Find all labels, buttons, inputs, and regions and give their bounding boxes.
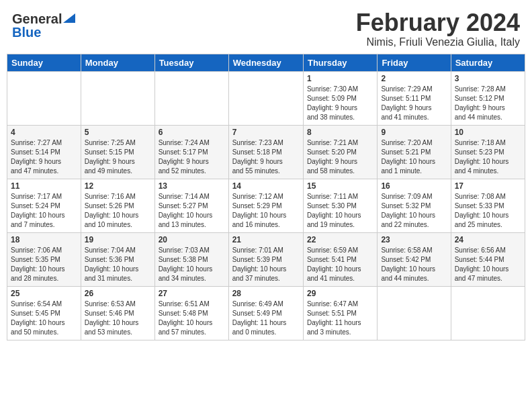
day-info: Sunrise: 6:51 AMSunset: 5:48 PMDaylight:… (159, 300, 225, 337)
day-number: 8 (307, 128, 373, 137)
calendar-cell: 22Sunrise: 6:59 AMSunset: 5:41 PMDayligh… (303, 232, 377, 286)
calendar-cell: 28Sunrise: 6:49 AMSunset: 5:49 PMDayligh… (228, 286, 303, 340)
day-number: 28 (232, 289, 300, 298)
day-number: 29 (307, 289, 373, 298)
calendar-cell (7, 71, 81, 125)
day-number: 5 (85, 128, 151, 137)
day-info: Sunrise: 7:21 AMSunset: 5:20 PMDaylight:… (307, 138, 373, 176)
calendar-table: SundayMondayTuesdayWednesdayThursdayFrid… (7, 54, 525, 340)
day-info: Sunrise: 7:04 AMSunset: 5:36 PMDaylight:… (85, 246, 151, 283)
title-section: February 2024 Nimis, Friuli Venezia Giul… (356, 9, 520, 48)
calendar-week-row-5: 25Sunrise: 6:54 AMSunset: 5:45 PMDayligh… (7, 286, 525, 340)
page-header: General Blue February 2024 Nimis, Friuli… (7, 7, 525, 51)
day-info: Sunrise: 6:54 AMSunset: 5:45 PMDaylight:… (11, 300, 77, 337)
day-info: Sunrise: 6:47 AMSunset: 5:51 PMDaylight:… (307, 300, 373, 337)
calendar-week-row-2: 4Sunrise: 7:27 AMSunset: 5:14 PMDaylight… (7, 125, 525, 179)
calendar-cell (378, 286, 451, 340)
calendar-cell: 18Sunrise: 7:06 AMSunset: 5:35 PMDayligh… (7, 232, 81, 286)
calendar-cell (228, 71, 303, 125)
calendar-header-friday: Friday (378, 54, 451, 71)
day-number: 10 (455, 128, 521, 137)
calendar-cell: 17Sunrise: 7:08 AMSunset: 5:33 PMDayligh… (451, 179, 525, 232)
calendar-cell: 7Sunrise: 7:23 AMSunset: 5:18 PMDaylight… (228, 125, 303, 179)
day-info: Sunrise: 7:17 AMSunset: 5:24 PMDaylight:… (11, 192, 77, 230)
day-number: 20 (159, 235, 225, 244)
day-number: 15 (307, 181, 373, 191)
calendar-header-monday: Monday (81, 54, 154, 71)
calendar-cell (154, 71, 228, 125)
svg-marker-0 (63, 13, 75, 23)
logo-blue-text: Blue (12, 26, 41, 39)
day-info: Sunrise: 7:11 AMSunset: 5:30 PMDaylight:… (307, 192, 373, 230)
day-number: 6 (159, 128, 225, 137)
calendar-cell: 16Sunrise: 7:09 AMSunset: 5:32 PMDayligh… (378, 179, 451, 232)
calendar-cell: 24Sunrise: 6:56 AMSunset: 5:44 PMDayligh… (451, 232, 525, 286)
calendar-cell: 26Sunrise: 6:53 AMSunset: 5:46 PMDayligh… (81, 286, 154, 340)
day-number: 1 (307, 74, 373, 83)
day-info: Sunrise: 7:27 AMSunset: 5:14 PMDaylight:… (11, 138, 77, 176)
day-number: 25 (11, 289, 77, 298)
calendar-cell: 21Sunrise: 7:01 AMSunset: 5:39 PMDayligh… (228, 232, 303, 286)
calendar-header-sunday: Sunday (7, 54, 81, 71)
day-number: 21 (232, 235, 300, 244)
calendar-cell: 12Sunrise: 7:16 AMSunset: 5:26 PMDayligh… (81, 179, 154, 232)
day-info: Sunrise: 7:28 AMSunset: 5:12 PMDaylight:… (455, 85, 521, 122)
day-info: Sunrise: 6:58 AMSunset: 5:42 PMDaylight:… (381, 246, 447, 283)
day-number: 13 (159, 181, 225, 191)
logo: General Blue (12, 12, 75, 39)
calendar-cell: 15Sunrise: 7:11 AMSunset: 5:30 PMDayligh… (303, 179, 377, 232)
day-number: 11 (11, 181, 77, 191)
day-info: Sunrise: 6:59 AMSunset: 5:41 PMDaylight:… (307, 246, 373, 283)
calendar-week-row-4: 18Sunrise: 7:06 AMSunset: 5:35 PMDayligh… (7, 232, 525, 286)
logo-icon (63, 11, 75, 23)
day-info: Sunrise: 7:12 AMSunset: 5:29 PMDaylight:… (232, 192, 300, 230)
calendar-cell: 20Sunrise: 7:03 AMSunset: 5:38 PMDayligh… (154, 232, 228, 286)
calendar-cell: 6Sunrise: 7:24 AMSunset: 5:17 PMDaylight… (154, 125, 228, 179)
day-number: 14 (232, 181, 300, 191)
day-info: Sunrise: 7:08 AMSunset: 5:33 PMDaylight:… (455, 192, 521, 230)
calendar-cell: 19Sunrise: 7:04 AMSunset: 5:36 PMDayligh… (81, 232, 154, 286)
calendar-header-thursday: Thursday (303, 54, 377, 71)
day-info: Sunrise: 7:24 AMSunset: 5:17 PMDaylight:… (159, 138, 225, 176)
day-info: Sunrise: 7:29 AMSunset: 5:11 PMDaylight:… (381, 85, 447, 122)
calendar-cell (81, 71, 154, 125)
calendar-cell (451, 286, 525, 340)
day-number: 26 (85, 289, 151, 298)
day-number: 7 (232, 128, 300, 137)
calendar-cell: 11Sunrise: 7:17 AMSunset: 5:24 PMDayligh… (7, 179, 81, 232)
day-info: Sunrise: 7:25 AMSunset: 5:15 PMDaylight:… (85, 138, 151, 176)
day-info: Sunrise: 7:20 AMSunset: 5:21 PMDaylight:… (381, 138, 447, 176)
calendar-cell: 3Sunrise: 7:28 AMSunset: 5:12 PMDaylight… (451, 71, 525, 125)
day-info: Sunrise: 7:30 AMSunset: 5:09 PMDaylight:… (307, 85, 373, 122)
day-info: Sunrise: 6:49 AMSunset: 5:49 PMDaylight:… (232, 300, 300, 337)
calendar-cell: 27Sunrise: 6:51 AMSunset: 5:48 PMDayligh… (154, 286, 228, 340)
calendar-cell: 29Sunrise: 6:47 AMSunset: 5:51 PMDayligh… (303, 286, 377, 340)
calendar-cell: 5Sunrise: 7:25 AMSunset: 5:15 PMDaylight… (81, 125, 154, 179)
calendar-week-row-1: 1Sunrise: 7:30 AMSunset: 5:09 PMDaylight… (7, 71, 525, 125)
calendar-cell: 9Sunrise: 7:20 AMSunset: 5:21 PMDaylight… (378, 125, 451, 179)
day-info: Sunrise: 7:03 AMSunset: 5:38 PMDaylight:… (159, 246, 225, 283)
calendar-header-row: SundayMondayTuesdayWednesdayThursdayFrid… (7, 54, 525, 71)
day-info: Sunrise: 7:06 AMSunset: 5:35 PMDaylight:… (11, 246, 77, 283)
day-number: 17 (455, 181, 521, 191)
day-info: Sunrise: 6:53 AMSunset: 5:46 PMDaylight:… (85, 300, 151, 337)
day-info: Sunrise: 7:01 AMSunset: 5:39 PMDaylight:… (232, 246, 300, 283)
day-number: 24 (455, 235, 521, 244)
calendar-cell: 25Sunrise: 6:54 AMSunset: 5:45 PMDayligh… (7, 286, 81, 340)
day-number: 12 (85, 181, 151, 191)
day-info: Sunrise: 7:09 AMSunset: 5:32 PMDaylight:… (381, 192, 447, 230)
calendar-header-tuesday: Tuesday (154, 54, 228, 71)
day-number: 22 (307, 235, 373, 244)
day-info: Sunrise: 7:23 AMSunset: 5:18 PMDaylight:… (232, 138, 300, 176)
calendar-header-saturday: Saturday (451, 54, 525, 71)
day-info: Sunrise: 7:14 AMSunset: 5:27 PMDaylight:… (159, 192, 225, 230)
calendar-cell: 13Sunrise: 7:14 AMSunset: 5:27 PMDayligh… (154, 179, 228, 232)
month-title: February 2024 (356, 9, 520, 36)
location-title: Nimis, Friuli Venezia Giulia, Italy (356, 36, 520, 48)
day-info: Sunrise: 7:18 AMSunset: 5:23 PMDaylight:… (455, 138, 521, 176)
calendar-cell: 10Sunrise: 7:18 AMSunset: 5:23 PMDayligh… (451, 125, 525, 179)
calendar-cell: 14Sunrise: 7:12 AMSunset: 5:29 PMDayligh… (228, 179, 303, 232)
calendar-header-wednesday: Wednesday (228, 54, 303, 71)
day-info: Sunrise: 7:16 AMSunset: 5:26 PMDaylight:… (85, 192, 151, 230)
day-number: 23 (381, 235, 447, 244)
